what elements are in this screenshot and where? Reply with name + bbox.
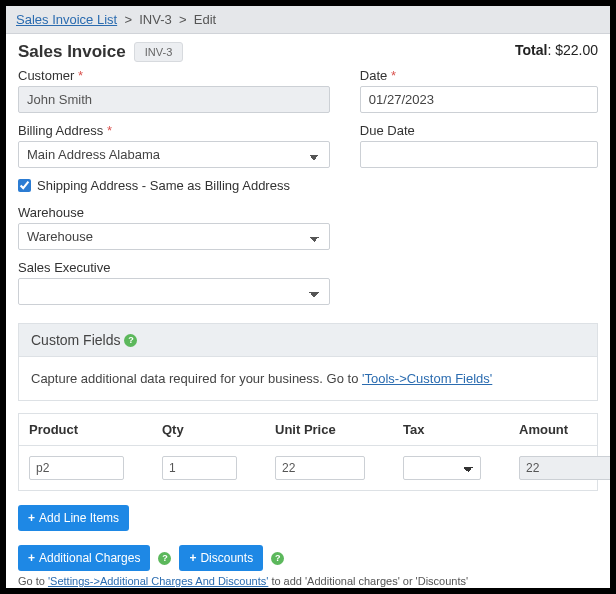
billing-address-select[interactable]: Main Address Alabama: [18, 141, 330, 168]
shipping-same-checkbox[interactable]: [18, 179, 31, 192]
warehouse-select[interactable]: Warehouse: [18, 223, 330, 250]
due-date-label: Due Date: [360, 123, 598, 138]
breadcrumb: Sales Invoice List > INV-3 > Edit: [6, 6, 610, 34]
date-field[interactable]: [360, 86, 598, 113]
billing-address-label: Billing Address *: [18, 123, 330, 138]
line-tax-select[interactable]: [403, 456, 481, 480]
invoice-id-badge: INV-3: [134, 42, 184, 62]
additional-charges-button[interactable]: +Additional Charges: [18, 545, 150, 571]
line-item-row: [18, 446, 598, 491]
custom-fields-header: Custom Fields ?: [18, 323, 598, 357]
custom-fields-body: Capture additional data required for you…: [18, 357, 598, 401]
add-line-items-button[interactable]: +Add Line Items: [18, 505, 129, 531]
plus-icon: +: [28, 511, 35, 525]
discounts-button[interactable]: +Discounts: [179, 545, 263, 571]
help-icon[interactable]: ?: [271, 552, 284, 565]
plus-icon: +: [28, 551, 35, 565]
customer-field[interactable]: [18, 86, 330, 113]
charges-hint: Go to 'Settings->Additional Charges And …: [18, 575, 598, 587]
total-display: Total: $22.00: [515, 42, 598, 58]
settings-link[interactable]: 'Settings->Additional Charges And Discou…: [48, 575, 268, 587]
help-icon[interactable]: ?: [124, 334, 137, 347]
sales-executive-label: Sales Executive: [18, 260, 330, 275]
breadcrumb-root-link[interactable]: Sales Invoice List: [16, 12, 117, 27]
custom-fields-link[interactable]: 'Tools->Custom Fields': [362, 371, 492, 386]
line-product-input[interactable]: [29, 456, 124, 480]
help-icon[interactable]: ?: [158, 552, 171, 565]
date-label: Date *: [360, 68, 598, 83]
sales-executive-select[interactable]: [18, 278, 330, 305]
plus-icon: +: [189, 551, 196, 565]
due-date-field[interactable]: [360, 141, 598, 168]
shipping-same-label: Shipping Address - Same as Billing Addre…: [37, 178, 290, 193]
breadcrumb-action: Edit: [194, 12, 216, 27]
line-qty-input[interactable]: [162, 456, 237, 480]
line-items-header: Product Qty Unit Price Tax Amount: [18, 413, 598, 446]
sales-invoice-form: Sales Invoice List > INV-3 > Edit Sales …: [6, 6, 610, 588]
customer-label: Customer *: [18, 68, 330, 83]
line-amount-display: [519, 456, 610, 480]
page-title: Sales Invoice INV-3: [18, 42, 183, 62]
warehouse-label: Warehouse: [18, 205, 330, 220]
line-unit-price-input[interactable]: [275, 456, 365, 480]
breadcrumb-item: INV-3: [139, 12, 172, 27]
